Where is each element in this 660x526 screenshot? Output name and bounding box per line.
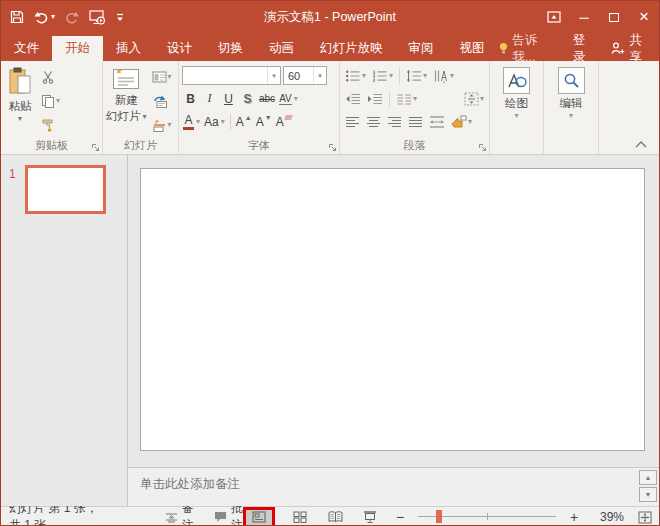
- tab-review[interactable]: 审阅: [396, 36, 447, 61]
- justify-button[interactable]: [406, 113, 425, 131]
- undo-dropdown-caret[interactable]: ▾: [51, 13, 55, 21]
- next-slide-button[interactable]: ▼: [639, 487, 657, 502]
- paste-caret: ▾: [18, 115, 22, 123]
- start-from-beginning-button[interactable]: [89, 10, 106, 25]
- align-left-button[interactable]: [343, 113, 362, 131]
- slideshow-view-button[interactable]: [358, 508, 382, 526]
- zoom-out-button[interactable]: −: [393, 509, 407, 525]
- section-button[interactable]: ▾: [150, 116, 174, 134]
- align-center-button[interactable]: [364, 113, 383, 131]
- editing-group-button[interactable]: 编辑 ▾: [554, 65, 589, 139]
- ribbon-display-options-button[interactable]: [539, 1, 569, 33]
- reset-slide-button[interactable]: [150, 92, 174, 110]
- undo-button[interactable]: ▾: [34, 11, 55, 24]
- bold-button[interactable]: B: [182, 89, 199, 108]
- line-spacing-caret: ▾: [423, 72, 427, 80]
- font-size-combo[interactable]: 60 ▾: [283, 66, 327, 85]
- numbering-button[interactable]: ▾: [370, 67, 395, 85]
- font-name-caret[interactable]: ▾: [267, 67, 280, 84]
- zoom-percentage[interactable]: 39%: [592, 510, 624, 524]
- status-right: − + 39%: [243, 507, 655, 526]
- clear-formatting-button[interactable]: A: [275, 112, 293, 131]
- tab-home[interactable]: 开始: [52, 36, 103, 61]
- tab-transitions[interactable]: 切换: [205, 36, 256, 61]
- collapse-ribbon-button[interactable]: [635, 141, 647, 148]
- normal-view-icon: [252, 511, 266, 523]
- increase-font-size-button[interactable]: A ▲: [235, 112, 253, 131]
- underline-button[interactable]: U: [220, 89, 237, 108]
- font-color-button[interactable]: A ▾: [182, 112, 201, 131]
- maximize-icon: [609, 13, 619, 22]
- text-shadow-button[interactable]: S: [239, 89, 256, 108]
- decrease-indent-button[interactable]: [343, 90, 363, 108]
- previous-slide-button[interactable]: ▲: [639, 470, 657, 485]
- layout-caret: ▾: [168, 73, 172, 81]
- tab-slideshow[interactable]: 幻灯片放映: [307, 36, 396, 61]
- columns-caret: ▾: [413, 95, 417, 103]
- notes-pane[interactable]: 单击此处添加备注: [128, 467, 659, 506]
- decrease-font-size-button[interactable]: A ▼: [255, 112, 273, 131]
- distribute-text-button[interactable]: [427, 113, 447, 131]
- columns-button[interactable]: ▾: [394, 90, 419, 108]
- customize-qat-button[interactable]: [116, 13, 124, 22]
- tab-file[interactable]: 文件: [1, 36, 52, 61]
- paste-button[interactable]: 粘贴 ▾: [4, 65, 36, 139]
- tab-animations[interactable]: 动画: [256, 36, 307, 61]
- close-button[interactable]: ×: [629, 1, 659, 33]
- bullets-button[interactable]: ▾: [343, 67, 368, 85]
- workspace: 1 单击此处添加备注 ▲ ▼: [1, 155, 659, 506]
- reading-view-button[interactable]: [323, 508, 347, 526]
- font-dialog-launcher[interactable]: [328, 143, 337, 152]
- fit-slide-to-window-button[interactable]: [635, 508, 655, 526]
- drawing-icon: [503, 67, 530, 94]
- layout-icon: [152, 71, 167, 83]
- group-clipboard: 粘贴 ▾ ▾: [1, 61, 103, 154]
- align-text-button[interactable]: ▾: [462, 90, 486, 108]
- change-case-button[interactable]: Aa ▾: [203, 112, 226, 131]
- zoom-slider[interactable]: [418, 510, 556, 524]
- text-direction-button[interactable]: ▾: [431, 67, 456, 85]
- columns-icon: [396, 93, 412, 105]
- tab-design[interactable]: 设计: [154, 36, 205, 61]
- zoom-slider-thumb[interactable]: [436, 510, 442, 523]
- increase-indent-button[interactable]: [365, 90, 385, 108]
- strikethrough-button[interactable]: abc: [258, 89, 276, 108]
- group-slides: 新建 幻灯片 ▾ ▾: [103, 61, 179, 154]
- maximize-button[interactable]: [599, 1, 629, 33]
- copy-button[interactable]: ▾: [39, 92, 62, 110]
- clipboard-dialog-launcher[interactable]: [91, 143, 100, 152]
- new-slide-button[interactable]: 新建 幻灯片 ▾: [106, 65, 147, 139]
- minimize-button[interactable]: ─: [569, 1, 599, 33]
- slide-canvas[interactable]: [140, 168, 645, 451]
- italic-button[interactable]: I: [201, 89, 218, 108]
- drawing-group-button[interactable]: 绘图 ▾: [499, 65, 534, 139]
- paragraph-group-label: 段落: [340, 138, 489, 153]
- normal-view-button[interactable]: [246, 510, 272, 525]
- slide-number: 1: [9, 167, 16, 181]
- zoom-in-button[interactable]: +: [567, 509, 581, 525]
- tab-insert[interactable]: 插入: [103, 36, 154, 61]
- layout-button[interactable]: ▾: [150, 68, 174, 86]
- font-size-caret[interactable]: ▾: [313, 67, 326, 84]
- status-bar: 幻灯片 第 1 张，共 1 张 备注 批注: [1, 506, 659, 526]
- group-drawing: 绘图 ▾: [490, 61, 544, 154]
- cut-button[interactable]: [39, 68, 62, 86]
- copy-icon: [41, 94, 55, 108]
- character-spacing-button[interactable]: AV ▾: [278, 89, 299, 108]
- drawing-caret: ▾: [514, 112, 518, 120]
- paragraph-dialog-launcher[interactable]: [478, 143, 487, 152]
- font-group-label: 字体: [179, 138, 339, 153]
- increase-indent-icon: [367, 93, 383, 105]
- line-spacing-button[interactable]: ▾: [404, 67, 429, 85]
- slide-sorter-view-button[interactable]: [288, 508, 312, 526]
- character-spacing-icon: AV: [279, 93, 292, 105]
- format-painter-button[interactable]: [39, 116, 62, 134]
- convert-to-smartart-button[interactable]: ▾: [449, 113, 474, 131]
- drawing-label: 绘图: [505, 96, 528, 110]
- font-color-caret: ▾: [196, 118, 200, 126]
- font-name-combo[interactable]: ▾: [182, 66, 281, 85]
- align-right-button[interactable]: [385, 113, 404, 131]
- slide-thumbnail-1[interactable]: [25, 165, 106, 214]
- tab-view[interactable]: 视图: [447, 36, 498, 61]
- save-button[interactable]: [10, 10, 24, 24]
